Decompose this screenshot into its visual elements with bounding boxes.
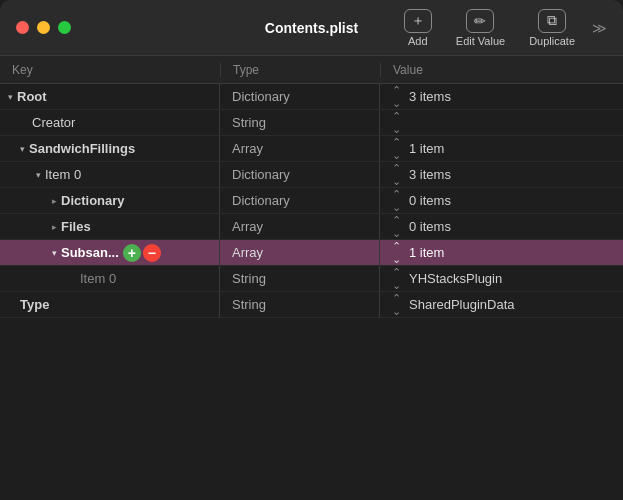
edit-value-button[interactable]: ✏ Edit Value [456, 9, 505, 47]
type-label: Array [220, 214, 380, 239]
key-label: Item 0 [80, 271, 116, 286]
value-column-header: Value [380, 63, 623, 77]
key-label: Files [61, 219, 91, 234]
type-label: Array [220, 136, 380, 161]
type-label: String [220, 292, 380, 317]
type-column-header: Type [220, 63, 380, 77]
value-text: 0 items [409, 219, 451, 234]
value-text: SharedPluginData [409, 297, 515, 312]
disclosure-triangle-right[interactable]: ▸ [52, 196, 57, 206]
table-row[interactable]: ▾ Item 0Dictionary⌃⌄3 items [0, 162, 623, 188]
type-label: Array [220, 240, 380, 265]
value-cell: ⌃⌄0 items [380, 214, 623, 239]
type-label: Dictionary [220, 162, 380, 187]
key-label: Item 0 [45, 167, 81, 182]
close-button[interactable] [16, 21, 29, 34]
stepper-control[interactable]: ⌃⌄ [392, 214, 401, 238]
stepper-control[interactable]: ⌃⌄ [392, 266, 401, 290]
value-text: 1 item [409, 245, 444, 260]
duplicate-label: Duplicate [529, 35, 575, 47]
value-text: YHStacksPlugin [409, 271, 502, 286]
value-text: 1 item [409, 141, 444, 156]
type-label: Dictionary [220, 188, 380, 213]
disclosure-triangle-down[interactable]: ▾ [52, 248, 57, 258]
add-item-button[interactable]: + [123, 244, 141, 262]
value-cell: ⌃⌄3 items [380, 84, 623, 109]
minimize-button[interactable] [37, 21, 50, 34]
edit-value-icon: ✏ [466, 9, 494, 33]
value-cell: ⌃⌄3 items [380, 162, 623, 187]
value-cell: ⌃⌄YHStacksPlugin [380, 266, 623, 291]
add-button[interactable]: ＋ Add [404, 9, 432, 47]
type-label: Dictionary [220, 84, 380, 109]
key-label: SandwichFillings [29, 141, 135, 156]
more-actions-button[interactable]: ≫ [592, 20, 607, 36]
window-title: Contents.plist [265, 20, 358, 36]
stepper-control[interactable]: ⌃⌄ [392, 136, 401, 160]
value-text: 0 items [409, 193, 451, 208]
key-label: Dictionary [61, 193, 125, 208]
key-label: Subsan... [61, 245, 119, 260]
table-row[interactable]: ▾ Subsan...+−Array⌃⌄1 item [0, 240, 623, 266]
titlebar: Contents.plist ＋ Add ✏ Edit Value ⧉ Dupl… [0, 0, 623, 56]
table-row[interactable]: ▸ DictionaryDictionary⌃⌄0 items [0, 188, 623, 214]
table-row[interactable]: ▾ SandwichFillingsArray⌃⌄1 item [0, 136, 623, 162]
traffic-lights [16, 21, 71, 34]
disclosure-triangle-down[interactable]: ▾ [20, 144, 25, 154]
table-header: Key Type Value [0, 56, 623, 84]
disclosure-triangle-right[interactable]: ▸ [52, 222, 57, 232]
plist-table: Key Type Value ▾ RootDictionary⌃⌄3 items… [0, 56, 623, 500]
table-row[interactable]: ▾ RootDictionary⌃⌄3 items [0, 84, 623, 110]
type-label: String [220, 266, 380, 291]
stepper-control[interactable]: ⌃⌄ [392, 162, 401, 186]
table-row[interactable]: TypeString⌃⌄SharedPluginData [0, 292, 623, 318]
value-text: 3 items [409, 89, 451, 104]
table-row[interactable]: ▸ FilesArray⌃⌄0 items [0, 214, 623, 240]
stepper-control[interactable]: ⌃⌄ [392, 110, 401, 134]
duplicate-icon: ⧉ [538, 9, 566, 33]
key-label: Type [20, 297, 49, 312]
type-label: String [220, 110, 380, 135]
value-cell: ⌃⌄0 items [380, 188, 623, 213]
value-cell: ⌃⌄1 item [380, 240, 623, 265]
table-row[interactable]: CreatorString⌃⌄ [0, 110, 623, 136]
stepper-control[interactable]: ⌃⌄ [392, 292, 401, 316]
stepper-control[interactable]: ⌃⌄ [392, 240, 401, 264]
stepper-control[interactable]: ⌃⌄ [392, 188, 401, 212]
value-cell: ⌃⌄ [380, 110, 623, 135]
remove-item-button[interactable]: − [143, 244, 161, 262]
table-row[interactable]: Item 0String⌃⌄YHStacksPlugin [0, 266, 623, 292]
disclosure-triangle-down[interactable]: ▾ [8, 92, 13, 102]
disclosure-triangle-down[interactable]: ▾ [36, 170, 41, 180]
key-label: Root [17, 89, 47, 104]
value-text: 3 items [409, 167, 451, 182]
value-cell: ⌃⌄SharedPluginData [380, 292, 623, 317]
duplicate-button[interactable]: ⧉ Duplicate [529, 9, 575, 47]
key-column-header: Key [0, 63, 220, 77]
add-remove-buttons: +− [123, 244, 161, 262]
key-label: Creator [32, 115, 75, 130]
value-cell: ⌃⌄1 item [380, 136, 623, 161]
table-body: ▾ RootDictionary⌃⌄3 itemsCreatorString⌃⌄… [0, 84, 623, 318]
edit-value-label: Edit Value [456, 35, 505, 47]
add-icon: ＋ [404, 9, 432, 33]
add-label: Add [408, 35, 428, 47]
stepper-control[interactable]: ⌃⌄ [392, 84, 401, 108]
maximize-button[interactable] [58, 21, 71, 34]
toolbar-actions: ＋ Add ✏ Edit Value ⧉ Duplicate [404, 9, 575, 47]
